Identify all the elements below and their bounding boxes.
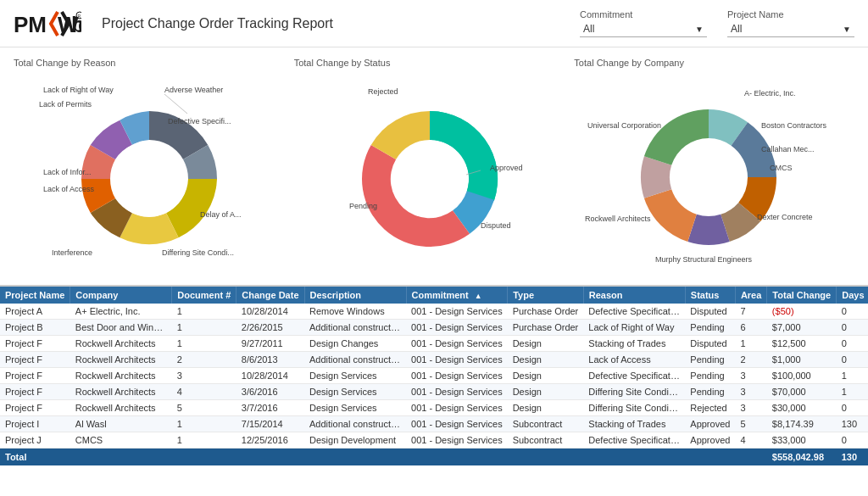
table-cell: Project F (0, 400, 70, 416)
project-name-chevron-icon: ▼ (843, 25, 851, 34)
report-title: Project Change Order Tracking Report (102, 16, 580, 31)
table-cell: Subcontract (508, 416, 584, 432)
reason-label-3: Delay of A... (200, 210, 242, 219)
reason-label-1: Adverse Weather (164, 86, 223, 94)
table-cell: 2 (172, 352, 236, 368)
table-cell: Rockwell Architects (70, 400, 172, 416)
table-cell: Design Development (304, 432, 406, 449)
table-cell: Defective Specifications (583, 432, 685, 449)
project-name-filter: Project Name All ▼ (727, 9, 854, 37)
reason-label-7: Lack of Infor... (43, 168, 92, 176)
table-cell: Stacking of Trades (583, 416, 685, 432)
table-row: Project FRockwell Architects43/6/2016Des… (0, 384, 868, 400)
table-cell: 1 (172, 432, 236, 449)
company-label-universal: Universal Corporation (587, 121, 661, 130)
col-days[interactable]: Days (837, 287, 868, 304)
donut-reason-svg: Adverse Weather Defective Specifi... Lac… (39, 77, 268, 272)
table-row: Project FRockwell Architects19/27/2011De… (0, 336, 868, 352)
table-footer-row: Total $558,042.98 130 (0, 449, 868, 466)
col-project-name[interactable]: Project Name (0, 287, 70, 304)
table-row: Project FRockwell Architects310/28/2014D… (0, 368, 868, 384)
table-cell: 1 (172, 336, 236, 352)
table-cell: 4 (172, 384, 236, 400)
chart-reason-donut: Adverse Weather Defective Specifi... Lac… (14, 71, 294, 278)
table-cell: 001 - Design Services (406, 432, 508, 449)
filters-area: Commitment All ▼ Project Name All ▼ (580, 9, 854, 37)
table-cell: 2 (735, 352, 766, 368)
svg-point-5 (111, 141, 187, 217)
commitment-label: Commitment (580, 9, 707, 20)
col-company[interactable]: Company (70, 287, 172, 304)
col-area[interactable]: Area (735, 287, 766, 304)
col-document[interactable]: Document # (172, 287, 236, 304)
table-cell: 0 (837, 352, 868, 368)
table-cell: 3 (735, 368, 766, 384)
data-table: Project Name Company Document # Change D… (0, 287, 868, 465)
col-total-change[interactable]: Total Change (767, 287, 837, 304)
table-cell: 10/28/2014 (236, 368, 304, 384)
table-cell: 0 (837, 320, 868, 336)
table-cell: Design Services (304, 400, 406, 416)
chart-company-title: Total Change by Company (574, 58, 684, 68)
table-cell: Additional construction (304, 352, 406, 368)
table-cell: $70,000 (767, 384, 837, 400)
table-cell: 3 (735, 384, 766, 400)
table-cell: Design Changes (304, 336, 406, 352)
table-cell: 0 (837, 432, 868, 449)
table-cell: Pending (685, 384, 735, 400)
commitment-select[interactable]: All ▼ (580, 21, 707, 37)
company-label-dexter: Dexter Concrete (757, 213, 813, 221)
sort-arrow-icon: ▲ (475, 292, 482, 300)
chart-company-donut: Universal Corporation A- Electric, Inc. … (574, 71, 854, 278)
status-label-disputed: Disputed (481, 221, 511, 230)
logo: PM b We R (14, 8, 81, 39)
table-cell: Design Services (304, 384, 406, 400)
table-cell: Al Wasl (70, 416, 172, 432)
footer-label: Total (0, 449, 767, 466)
project-name-value: All (731, 23, 742, 35)
company-label-callahan: Callahan Mec... (761, 145, 815, 153)
col-type[interactable]: Type (508, 287, 584, 304)
table-cell: 6 (735, 320, 766, 336)
table-cell: Project F (0, 352, 70, 368)
header: PM b We R Project Change Order Tracking … (0, 0, 868, 47)
col-description[interactable]: Description (304, 287, 406, 304)
reason-label-6: Lack of Access (43, 185, 95, 193)
table-cell: 1 (735, 336, 766, 352)
table-cell: Project B (0, 320, 70, 336)
table-cell: Rockwell Architects (70, 336, 172, 352)
svg-text:R: R (78, 14, 81, 19)
reason-label-8: Lack of Permits (39, 100, 92, 109)
table-cell: 9/27/2011 (236, 336, 304, 352)
col-reason[interactable]: Reason (583, 287, 685, 304)
col-status[interactable]: Status (685, 287, 735, 304)
company-label-rockwell: Rockwell Architects (585, 215, 651, 223)
company-label-boston: Boston Contractors (761, 121, 827, 130)
table-cell: Pending (685, 352, 735, 368)
project-name-label: Project Name (727, 9, 854, 20)
col-commitment[interactable]: Commitment ▲ (406, 287, 508, 304)
table-cell: Differing Site Conditions (583, 400, 685, 416)
table-cell: Approved (685, 432, 735, 449)
donut-status-svg: Approved Disputed Pending Rejected (324, 77, 544, 272)
svg-text:PM: PM (14, 12, 47, 37)
company-label-murphy: Murphy Structural Engineers (655, 255, 753, 264)
chart-status-title: Total Change by Status (294, 58, 391, 68)
project-name-select[interactable]: All ▼ (727, 21, 854, 37)
table-cell: Pending (685, 368, 735, 384)
reason-label-4: Differing Site Condi... (162, 248, 234, 257)
table-cell: Purchase Order (508, 304, 584, 320)
table-cell: Defective Specifications (583, 368, 685, 384)
table-cell: Rockwell Architects (70, 352, 172, 368)
table-cell: 7/15/2014 (236, 416, 304, 432)
table-cell: Design (508, 368, 584, 384)
footer-days: 130 (837, 449, 868, 466)
table-cell: $7,000 (767, 320, 837, 336)
table-cell: 001 - Design Services (406, 320, 508, 336)
table-cell: ($50) (767, 304, 837, 320)
commitment-chevron-icon: ▼ (695, 25, 704, 34)
footer-total-change: $558,042.98 (767, 449, 837, 466)
table-cell: $33,000 (767, 432, 837, 449)
table-cell: Differing Site Conditions (583, 384, 685, 400)
col-change-date[interactable]: Change Date (236, 287, 304, 304)
